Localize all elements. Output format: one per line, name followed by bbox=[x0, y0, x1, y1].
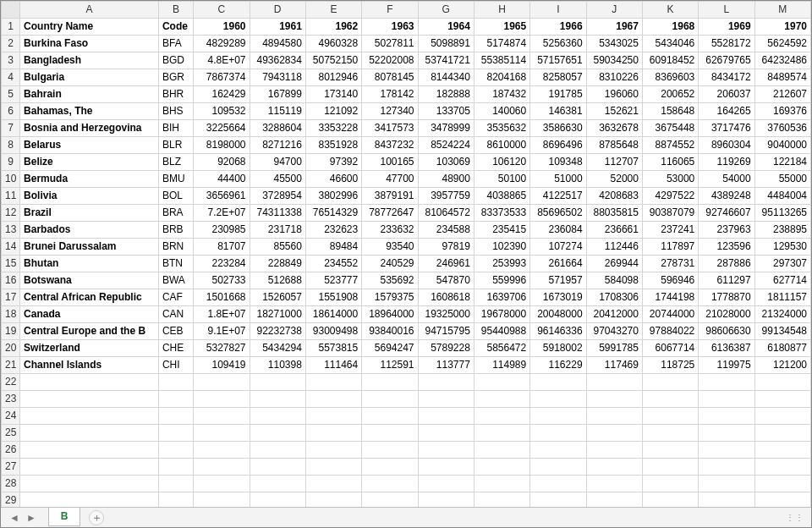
cell[interactable] bbox=[642, 425, 698, 442]
cell[interactable] bbox=[754, 459, 810, 476]
cell[interactable]: 240529 bbox=[362, 256, 418, 272]
cell[interactable]: 512688 bbox=[250, 272, 305, 289]
cell[interactable]: BIH bbox=[158, 120, 193, 137]
row-header[interactable]: 21 bbox=[2, 357, 20, 374]
cell[interactable]: 97884022 bbox=[642, 323, 698, 340]
cell[interactable]: 1.8E+07 bbox=[194, 306, 250, 323]
cell[interactable]: 4.8E+07 bbox=[194, 52, 250, 69]
cell[interactable]: 7867374 bbox=[194, 69, 250, 86]
cell[interactable]: 129530 bbox=[754, 239, 810, 256]
cell[interactable]: 133705 bbox=[418, 103, 474, 120]
cell[interactable]: 4894580 bbox=[250, 36, 305, 52]
cell[interactable]: 8078145 bbox=[362, 69, 418, 86]
cell[interactable]: 90387079 bbox=[642, 205, 698, 222]
cell[interactable]: 1811157 bbox=[754, 289, 810, 306]
cell[interactable]: 53741721 bbox=[418, 52, 474, 69]
cell[interactable]: 1551908 bbox=[305, 289, 361, 306]
cell[interactable]: 206037 bbox=[699, 86, 754, 103]
cell[interactable]: Burkina Faso bbox=[20, 36, 159, 52]
cell[interactable] bbox=[642, 391, 698, 408]
cell[interactable]: 74311338 bbox=[250, 205, 305, 222]
row-header[interactable]: 29 bbox=[2, 492, 20, 508]
cell[interactable] bbox=[250, 442, 305, 459]
cell[interactable]: 191785 bbox=[530, 86, 586, 103]
cell[interactable]: 8369603 bbox=[642, 69, 698, 86]
cell[interactable] bbox=[20, 408, 159, 425]
cell[interactable]: 121200 bbox=[754, 357, 810, 374]
cell[interactable]: 4122517 bbox=[530, 188, 586, 205]
cell[interactable]: 8012946 bbox=[305, 69, 361, 86]
cell[interactable]: 3879191 bbox=[362, 188, 418, 205]
cell[interactable]: CHI bbox=[158, 357, 193, 374]
cell[interactable] bbox=[699, 391, 754, 408]
cell[interactable]: 20744000 bbox=[642, 306, 698, 323]
cell[interactable]: 269944 bbox=[586, 256, 642, 272]
cell[interactable]: 8351928 bbox=[305, 137, 361, 154]
cell[interactable]: 5528172 bbox=[699, 36, 754, 52]
cell[interactable] bbox=[530, 459, 586, 476]
row-header[interactable]: 8 bbox=[2, 137, 20, 154]
cell[interactable]: 3417573 bbox=[362, 120, 418, 137]
cell[interactable] bbox=[250, 476, 305, 492]
cell[interactable]: Channel Islands bbox=[20, 357, 159, 374]
cell[interactable]: 88035815 bbox=[586, 205, 642, 222]
cell[interactable]: 8271216 bbox=[250, 137, 305, 154]
cell[interactable] bbox=[362, 374, 418, 391]
cell[interactable]: 297307 bbox=[754, 256, 810, 272]
cell[interactable]: Country Name bbox=[20, 19, 159, 36]
cell[interactable] bbox=[418, 408, 474, 425]
cell[interactable] bbox=[530, 425, 586, 442]
cell[interactable]: 8960304 bbox=[699, 137, 754, 154]
cell[interactable]: 3957759 bbox=[418, 188, 474, 205]
cell[interactable]: 3586630 bbox=[530, 120, 586, 137]
row-header[interactable]: 1 bbox=[2, 19, 20, 36]
cell[interactable]: 5027811 bbox=[362, 36, 418, 52]
cell[interactable]: 3760536 bbox=[754, 120, 810, 137]
cell[interactable]: 53000 bbox=[642, 171, 698, 188]
cell[interactable]: 94715795 bbox=[418, 323, 474, 340]
cell[interactable]: 1970 bbox=[754, 19, 810, 36]
cell[interactable]: Bermuda bbox=[20, 171, 159, 188]
col-header-F[interactable]: F bbox=[362, 2, 418, 19]
cell[interactable] bbox=[20, 391, 159, 408]
row-header[interactable]: 25 bbox=[2, 425, 20, 442]
cell[interactable]: 535692 bbox=[362, 272, 418, 289]
cell[interactable]: 235415 bbox=[474, 222, 529, 239]
cell[interactable] bbox=[754, 408, 810, 425]
cell[interactable] bbox=[699, 374, 754, 391]
cell[interactable]: Bulgaria bbox=[20, 69, 159, 86]
cell[interactable]: BGD bbox=[158, 52, 193, 69]
tab-nav-prev-icon[interactable]: ◄ bbox=[6, 512, 23, 524]
cell[interactable]: 234552 bbox=[305, 256, 361, 272]
row-header[interactable]: 4 bbox=[2, 69, 20, 86]
cell[interactable] bbox=[194, 476, 250, 492]
cell[interactable]: 19325000 bbox=[418, 306, 474, 323]
row-header[interactable]: 10 bbox=[2, 171, 20, 188]
row-header[interactable]: 6 bbox=[2, 103, 20, 120]
cell[interactable] bbox=[418, 374, 474, 391]
cell[interactable]: 162429 bbox=[194, 86, 250, 103]
cell[interactable]: 523777 bbox=[305, 272, 361, 289]
cell[interactable]: 4829289 bbox=[194, 36, 250, 52]
cell[interactable] bbox=[362, 476, 418, 492]
cell[interactable]: 3802996 bbox=[305, 188, 361, 205]
cell[interactable]: 57157651 bbox=[530, 52, 586, 69]
cell[interactable]: 232623 bbox=[305, 222, 361, 239]
cell[interactable]: 97043270 bbox=[586, 323, 642, 340]
row-header[interactable]: 9 bbox=[2, 154, 20, 171]
row-header[interactable]: 20 bbox=[2, 340, 20, 357]
cell[interactable]: Bangladesh bbox=[20, 52, 159, 69]
cell[interactable]: 118725 bbox=[642, 357, 698, 374]
cell[interactable] bbox=[418, 459, 474, 476]
cell[interactable]: 253993 bbox=[474, 256, 529, 272]
select-all-corner[interactable] bbox=[2, 2, 20, 19]
cell[interactable]: CAN bbox=[158, 306, 193, 323]
cell[interactable] bbox=[586, 374, 642, 391]
cell[interactable]: Barbados bbox=[20, 222, 159, 239]
cell[interactable]: 178142 bbox=[362, 86, 418, 103]
cell[interactable]: 1968 bbox=[642, 19, 698, 36]
cell[interactable]: 8204168 bbox=[474, 69, 529, 86]
cell[interactable]: BRN bbox=[158, 239, 193, 256]
row-header[interactable]: 3 bbox=[2, 52, 20, 69]
cell[interactable]: 8524224 bbox=[418, 137, 474, 154]
